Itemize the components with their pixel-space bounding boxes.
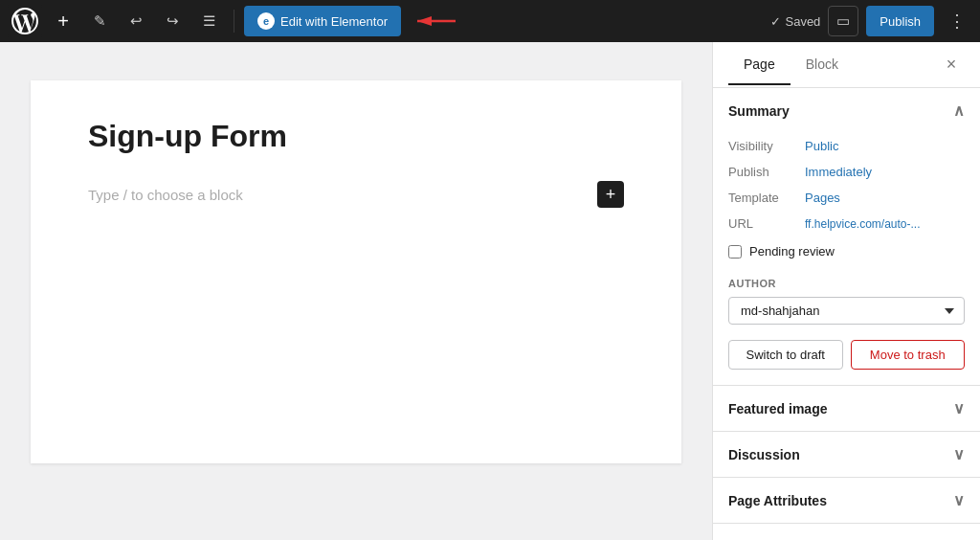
page-attributes-chevron-icon: ∨	[953, 491, 965, 509]
summary-chevron-icon: ∧	[953, 101, 965, 120]
wp-logo-button[interactable]	[8, 4, 42, 38]
discussion-chevron-icon: ∨	[953, 445, 965, 463]
url-value[interactable]: ff.helpvice.com/auto-...	[805, 217, 921, 231]
discussion-section: Discussion ∨	[713, 432, 980, 478]
page-attributes-section-header[interactable]: Page Attributes ∨	[713, 478, 980, 523]
toolbar-divider	[234, 10, 234, 33]
summary-content: Visibility Public Publish Immediately Te…	[713, 133, 980, 278]
main-area: Sign-up Form Type / to choose a block + …	[0, 42, 980, 540]
tab-block[interactable]: Block	[791, 45, 854, 85]
edit-elementor-label: Edit with Elementor	[280, 14, 388, 29]
edit-with-elementor-button[interactable]: e Edit with Elementor	[244, 6, 401, 36]
redo-button[interactable]: ↪	[157, 6, 188, 36]
undo-button[interactable]: ↩	[121, 6, 151, 36]
publish-row: Publish Immediately	[728, 159, 965, 185]
toolbar-right: Saved ▭ Publish ⋮	[770, 6, 972, 36]
action-buttons: Switch to draft Move to trash	[713, 340, 980, 385]
featured-image-section-header[interactable]: Featured image ∨	[713, 386, 980, 431]
pending-review-checkbox[interactable]	[728, 245, 742, 259]
url-row: URL ff.helpvice.com/auto-...	[728, 211, 965, 236]
arrow-icon	[412, 11, 460, 31]
summary-section-header[interactable]: Summary ∧	[713, 88, 980, 133]
pending-review-label: Pending review	[749, 244, 835, 259]
discussion-label: Discussion	[728, 447, 800, 462]
featured-image-chevron-icon: ∨	[953, 399, 965, 417]
sidebar-content: Summary ∧ Visibility Public Publish Imme…	[713, 88, 980, 540]
author-section: AUTHOR md-shahjahan	[713, 278, 980, 340]
add-block-button[interactable]: +	[597, 181, 624, 208]
more-options-icon: ⋮	[948, 11, 966, 32]
wp-logo-icon	[11, 8, 38, 34]
arrow-indicator	[412, 11, 460, 31]
summary-section: Summary ∧ Visibility Public Publish Imme…	[713, 88, 980, 386]
featured-image-section: Featured image ∨	[713, 386, 980, 432]
summary-section-label: Summary	[728, 103, 790, 119]
more-options-button[interactable]: ⋮	[942, 6, 972, 36]
visibility-value[interactable]: Public	[805, 139, 838, 153]
switch-to-draft-button[interactable]: Switch to draft	[728, 340, 843, 370]
sidebar-header: Page Block ×	[713, 42, 980, 88]
add-icon: +	[57, 11, 69, 31]
undo-icon: ↩	[130, 12, 143, 30]
template-row: Template Pages	[728, 185, 965, 211]
list-view-icon: ☰	[203, 12, 215, 30]
pending-review-row: Pending review	[728, 236, 965, 262]
tools-button[interactable]: ✎	[84, 6, 115, 36]
page-content: Sign-up Form Type / to choose a block +	[31, 80, 681, 463]
page-title[interactable]: Sign-up Form	[88, 119, 624, 154]
saved-status: Saved	[770, 14, 820, 29]
author-select[interactable]: md-shahjahan	[728, 297, 965, 325]
toolbar: + ✎ ↩ ↪ ☰ e Edit with Elementor Saved	[0, 0, 980, 42]
template-label: Template	[728, 191, 805, 205]
publish-value[interactable]: Immediately	[805, 165, 872, 179]
url-label: URL	[728, 216, 805, 231]
add-block-toolbar-button[interactable]: +	[48, 6, 78, 36]
tab-page[interactable]: Page	[728, 45, 791, 85]
preview-icon: ▭	[836, 12, 850, 30]
elementor-icon: e	[257, 12, 275, 30]
author-section-label: AUTHOR	[728, 278, 965, 289]
discussion-section-header[interactable]: Discussion ∨	[713, 432, 980, 477]
visibility-row: Visibility Public	[728, 133, 965, 159]
page-attributes-section: Page Attributes ∨	[713, 478, 980, 524]
publish-label: Publish	[728, 165, 805, 179]
close-sidebar-button[interactable]: ×	[938, 52, 965, 79]
editor-area: Sign-up Form Type / to choose a block +	[0, 42, 712, 540]
template-value[interactable]: Pages	[805, 191, 840, 205]
list-view-button[interactable]: ☰	[193, 6, 224, 36]
pencil-icon: ✎	[94, 12, 106, 30]
redo-icon: ↪	[167, 12, 179, 30]
block-placeholder-text: Type / to choose a block	[88, 187, 243, 203]
preview-button[interactable]: ▭	[828, 6, 858, 36]
block-placeholder-area: Type / to choose a block +	[88, 173, 624, 215]
page-attributes-label: Page Attributes	[728, 493, 827, 508]
move-to-trash-button[interactable]: Move to trash	[851, 340, 966, 370]
featured-image-label: Featured image	[728, 401, 827, 416]
visibility-label: Visibility	[728, 139, 805, 153]
publish-button[interactable]: Publish	[866, 6, 934, 36]
sidebar: Page Block × Summary ∧ Visibility Public…	[712, 42, 980, 540]
